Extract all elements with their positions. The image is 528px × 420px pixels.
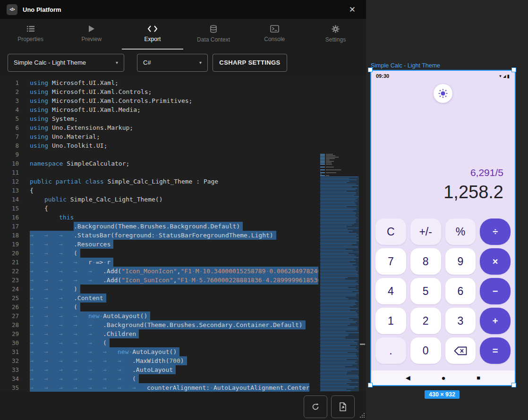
code-line: 9 (0, 150, 318, 159)
calc-key-9[interactable]: 9 (445, 248, 476, 275)
chevron-down-icon: ▾ (116, 60, 118, 65)
theme-select[interactable]: Simple Calc - Light Theme ▾ (8, 54, 124, 72)
calc-key-5[interactable]: 5 (410, 278, 441, 304)
calc-key-8[interactable]: 8 (410, 248, 441, 275)
code-line: 14public Simple_Calc_Light_Theme() (0, 195, 318, 204)
resize-handle-top-right[interactable] (511, 67, 516, 72)
line-number: 12 (0, 177, 19, 186)
code-line: 19→→→.Resources (0, 240, 318, 249)
code-line: 23→→→→→.Add("Icon_SunIcon","F1·M·5.76000… (0, 276, 318, 285)
tab-label: Preview (81, 36, 102, 42)
calc-key-backspace[interactable] (445, 337, 476, 364)
code-line: 5using System; (0, 114, 318, 123)
line-number: 4 (0, 105, 19, 114)
line-number: 23 (0, 276, 19, 285)
tab-properties[interactable]: Properties (0, 19, 61, 50)
code-line: 12public partial class Simple_Calc_Light… (0, 177, 318, 186)
tab-label: Console (264, 36, 285, 42)
export-file-button[interactable] (331, 395, 355, 418)
resize-handle-top-left[interactable] (368, 67, 373, 72)
language-select[interactable]: C# ▾ (137, 54, 208, 72)
calc-key-7[interactable]: 7 (375, 248, 406, 275)
calc-key-÷[interactable]: ÷ (480, 218, 511, 245)
calc-key-=[interactable]: = (480, 337, 511, 364)
calc-result: 1,258.2 (443, 182, 503, 202)
titlebar: </> Uno Platform ✕ (0, 0, 366, 19)
code-line: 6using Uno.Extensions.Markup; (0, 123, 318, 132)
line-number: 24 (0, 285, 19, 294)
calc-key-1[interactable]: 1 (375, 308, 406, 334)
theme-toggle-button[interactable] (434, 84, 452, 103)
code-line: 4using Microsoft.UI.Xaml.Media; (0, 105, 318, 114)
calc-key-2[interactable]: 2 (410, 308, 441, 334)
tab-console[interactable]: Console (244, 19, 305, 50)
line-number: 7 (0, 132, 19, 141)
calc-key-+/-[interactable]: +/- (410, 218, 441, 245)
calc-key-%[interactable]: % (445, 218, 476, 245)
calc-key-3[interactable]: 3 (445, 308, 476, 334)
code-line: 8using Uno.Toolkit.UI; (0, 141, 318, 150)
calc-key-C[interactable]: C (375, 218, 406, 245)
line-number: 1 (0, 78, 19, 87)
resize-grip[interactable] (359, 413, 365, 419)
code-line: 18→→→.StatusBar(foreground:·StatusBarFor… (0, 231, 318, 240)
calc-key-×[interactable]: × (480, 248, 511, 275)
calc-expression: 6,291/5 (443, 167, 503, 178)
back-icon[interactable]: ◀ (406, 375, 410, 381)
editor-scrollbar[interactable] (359, 76, 366, 392)
code-line: 32→→→→→→→.MaxWidth(700) (0, 356, 318, 365)
recents-icon[interactable]: ■ (477, 375, 480, 381)
language-select-value: C# (143, 59, 151, 66)
minimap[interactable] (320, 154, 359, 392)
refresh-button[interactable] (304, 395, 327, 418)
line-number: 19 (0, 240, 19, 249)
line-number: 11 (0, 168, 19, 177)
window-title: Uno Platform (23, 6, 61, 13)
line-number: 14 (0, 195, 19, 204)
line-number: 10 (0, 159, 19, 168)
calc-key-4[interactable]: 4 (375, 278, 406, 304)
calc-key-+[interactable]: + (480, 308, 511, 334)
file-export-icon (339, 402, 347, 412)
resize-handle-bottom-left[interactable] (368, 383, 373, 387)
line-number: 5 (0, 114, 19, 123)
calc-key-0[interactable]: 0 (410, 337, 441, 364)
line-number: 28 (0, 320, 19, 329)
code-line: 11 (0, 168, 318, 177)
line-number: 13 (0, 186, 19, 195)
line-number: 30 (0, 338, 19, 347)
line-number: 25 (0, 294, 19, 302)
line-number: 27 (0, 311, 19, 320)
code-line: 16this (0, 213, 318, 222)
tab-data-context[interactable]: Data Context (183, 19, 244, 50)
tab-label: Properties (17, 36, 43, 42)
resize-handle-bottom-right[interactable] (511, 383, 516, 387)
calc-key-.[interactable]: . (375, 337, 406, 364)
tab-preview[interactable]: Preview (61, 19, 122, 50)
line-number: 16 (0, 213, 19, 222)
calc-key-6[interactable]: 6 (445, 278, 476, 304)
line-number: 34 (0, 374, 19, 383)
close-icon[interactable]: ✕ (345, 4, 359, 16)
home-icon[interactable]: ● (442, 374, 446, 381)
tab-export[interactable]: Export (122, 19, 183, 50)
csharp-settings-button[interactable]: CSHARP SETTINGS (213, 54, 287, 72)
code-line: 26→→→( (0, 302, 318, 311)
database-icon (210, 25, 217, 33)
preview-stage: Simple Calc - Light Theme 09:30 ▼ ◢ ▮ (366, 0, 528, 420)
code-line: 17.Background(Theme.Brushes.Background.D… (0, 222, 318, 231)
calc-key-−[interactable]: − (480, 278, 511, 304)
sun-icon (438, 88, 448, 99)
phone-frame[interactable]: 09:30 ▼ ◢ ▮ (370, 70, 516, 386)
gear-icon (332, 25, 340, 33)
code-line: 34→→→→→→→( (0, 374, 318, 383)
code-line: 13{ (0, 186, 318, 195)
tab-settings[interactable]: Settings (305, 19, 366, 50)
console-icon (270, 25, 279, 33)
code-line: 33→→→→→→→.AutoLayout (0, 365, 318, 374)
code-editor[interactable]: 1using Microsoft.UI.Xaml;2using Microsof… (0, 76, 366, 392)
chevron-down-icon: ▾ (199, 60, 202, 65)
line-number: 9 (0, 150, 19, 159)
code-pane[interactable]: 1using Microsoft.UI.Xaml;2using Microsof… (0, 78, 318, 392)
calc-display: 6,291/5 1,258.2 (443, 167, 503, 202)
